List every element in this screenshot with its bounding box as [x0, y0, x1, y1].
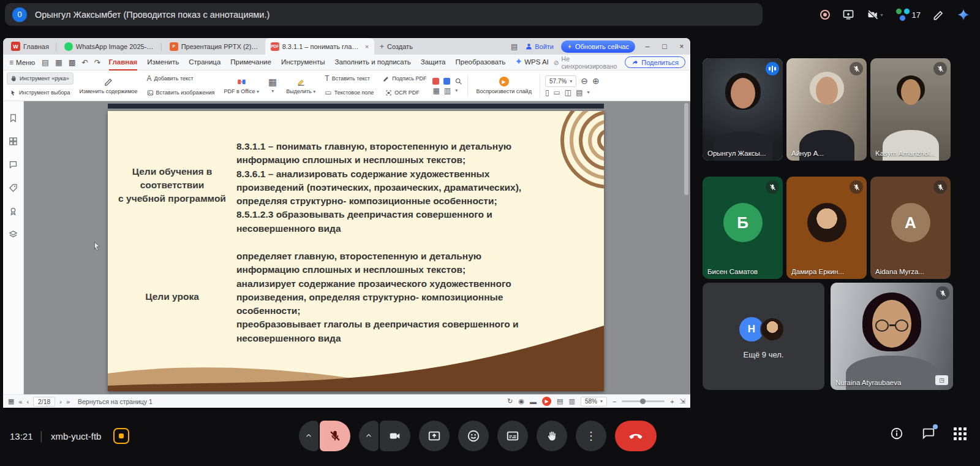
bookmark-icon[interactable] — [9, 113, 18, 123]
sign-pdf-button[interactable]: Подпись PDF — [380, 72, 429, 85]
zoom-slider[interactable] — [622, 400, 665, 402]
more-options-button[interactable]: ⋮ — [576, 421, 606, 451]
rotate-icon[interactable]: ↻ — [507, 397, 513, 405]
expand-tile-icon[interactable]: ◳ — [935, 375, 948, 385]
annotate-pen-icon[interactable] — [933, 9, 944, 21]
maximize-button[interactable]: □ — [660, 42, 669, 51]
doc-tab-whatsapp-image[interactable]: WhatsApp Image 2025-11-23 at 12.5 — [59, 38, 160, 55]
camera-options-button[interactable] — [359, 421, 379, 451]
ocr-pdf-button[interactable]: OCR PDF — [380, 86, 429, 99]
last-page-icon[interactable]: » — [66, 398, 70, 405]
menu-button[interactable]: ≡ Меню — [8, 59, 39, 66]
page-thumbnails-icon[interactable] — [9, 137, 18, 146]
home-tab[interactable]: W Главная — [6, 38, 55, 55]
minimize-button[interactable]: – — [643, 42, 652, 51]
ribbon-tab-page[interactable]: Страница — [184, 55, 225, 71]
reactions-button[interactable] — [458, 421, 489, 451]
zoom-select[interactable]: 57.7% ▾ — [545, 75, 576, 87]
insert-images-button[interactable]: Вставить изображения — [144, 86, 218, 99]
play-slide-button[interactable]: ▶ Воспроизвести слайд — [473, 72, 534, 99]
next-page-icon[interactable]: › — [59, 398, 62, 405]
zoom-in-icon[interactable]: ⊕ — [592, 77, 600, 85]
login-button[interactable]: Войти — [525, 42, 554, 50]
close-tab-icon[interactable]: × — [365, 43, 369, 50]
captions-button[interactable] — [497, 421, 528, 451]
ribbon-tab-edit[interactable]: Изменить — [142, 55, 184, 71]
fit-page-icon[interactable]: ▯ — [545, 89, 549, 96]
edit-content-button[interactable]: Изменить содержимое — [77, 72, 141, 99]
end-call-button[interactable] — [615, 421, 657, 451]
hand-tool-button[interactable]: Инструмент «рука» — [7, 72, 74, 85]
pdf-form-icon[interactable] — [443, 78, 450, 85]
new-tab-button[interactable]: + Создать — [374, 38, 418, 55]
zoom-slider-thumb[interactable] — [640, 399, 646, 404]
video-tile-nuraina[interactable]: ◳ Nuraina Atyraubaeva — [831, 283, 953, 390]
mic-options-button[interactable] — [299, 421, 318, 451]
pdf-page[interactable]: Цели обучения в соответствии с учебной п… — [108, 111, 604, 391]
present-now-button[interactable] — [419, 421, 450, 451]
zoom-out-icon[interactable]: ⊖ — [581, 77, 588, 85]
meeting-details-button[interactable] — [890, 427, 903, 440]
ribbon-tab-home[interactable]: Главная — [104, 55, 143, 71]
raise-hand-button[interactable] — [537, 421, 567, 451]
mic-muted-button[interactable] — [320, 421, 350, 451]
play-slideshow-icon[interactable]: ▶ — [542, 397, 551, 406]
print-icon[interactable]: ▩ — [66, 58, 79, 67]
recent-docs-icon[interactable]: ▤ — [511, 43, 518, 50]
thumbnails-icon[interactable]: ▤ — [576, 89, 582, 96]
search-icon[interactable] — [454, 77, 462, 85]
highlight-button[interactable]: Выделить ▾ — [283, 72, 318, 99]
ruler-icon[interactable]: ▬ — [530, 398, 537, 405]
previous-page-icon[interactable]: ‹ — [27, 398, 29, 405]
sidebar-toggle-icon[interactable]: ▦ — [8, 397, 14, 405]
undo-icon[interactable]: ↶ — [79, 58, 91, 67]
record-icon[interactable] — [820, 10, 830, 20]
chat-button[interactable] — [922, 427, 935, 440]
zoom-in-button[interactable]: + — [670, 398, 674, 405]
video-tile-kasym[interactable]: Kasym Amanzhol... — [870, 58, 951, 161]
video-tile-aidana[interactable]: A Aidana Myrza... — [870, 177, 951, 279]
convert-tools-button[interactable]: ▦ ▾ — [265, 72, 280, 99]
grid-icon[interactable]: ▦ — [432, 87, 439, 94]
chevron-down-icon[interactable]: ▾ — [881, 12, 883, 18]
save-icon[interactable]: ▦ — [52, 58, 66, 67]
continuous-icon[interactable]: ▥ — [568, 397, 575, 405]
presentation-active-icon[interactable] — [113, 428, 129, 444]
video-tile-damira[interactable]: Дамира Еркин... — [786, 177, 867, 279]
add-text-button[interactable]: A Добавить текст — [144, 72, 218, 85]
doc-tab-pptx[interactable]: P Презентация PPTX (2).pptx — [164, 38, 265, 55]
back-to-page-link[interactable]: Вернуться на страницу 1 — [78, 398, 153, 405]
first-page-icon[interactable]: « — [18, 398, 22, 405]
present-screen-icon[interactable] — [842, 9, 854, 21]
open-file-icon[interactable]: ▤ — [39, 58, 52, 67]
tags-icon[interactable] — [9, 183, 18, 193]
ribbon-tab-wps-ai[interactable]: WPS AI — [510, 55, 554, 71]
redo-icon[interactable]: ↷ — [91, 58, 104, 67]
video-tile-bisen[interactable]: Б Бисен Саматов — [703, 177, 783, 279]
fit-width-icon[interactable]: ▭ — [554, 89, 560, 96]
video-tile-ainur[interactable]: Айнур А... — [786, 58, 867, 161]
ribbon-tab-convert[interactable]: Преобразовать — [451, 55, 511, 71]
text-box-button[interactable]: ▭ Текстовое поле — [322, 86, 377, 99]
overflow-tile-more-participants[interactable]: Н Ещё 9 чел. — [703, 283, 824, 390]
page-indicator[interactable]: 2/18 — [33, 397, 55, 407]
select-tool-button[interactable]: Инструмент выбора — [7, 86, 74, 99]
pdf-to-office-button[interactable]: PDF в Office ▾ — [221, 72, 262, 99]
signature-icon[interactable] — [9, 207, 18, 216]
pages-icon[interactable]: ▥ — [444, 87, 451, 94]
chevron-down-icon[interactable]: ▾ — [587, 90, 590, 95]
camera-off-button[interactable]: ▾ — [867, 9, 883, 21]
camera-button[interactable] — [380, 421, 410, 451]
share-button[interactable]: Поделиться — [625, 56, 685, 68]
pdf-stamp-icon[interactable] — [432, 78, 439, 85]
zoom-out-button[interactable]: − — [612, 398, 616, 405]
doc-tab-pdf-active[interactable]: PDF 8.3.1.1 – понимать главную, × — [265, 38, 374, 55]
ribbon-tab-comment[interactable]: Примечание — [225, 55, 276, 71]
single-page-icon[interactable]: ▤ — [557, 397, 563, 405]
ribbon-tab-protect[interactable]: Защита — [416, 55, 451, 71]
fullscreen-icon[interactable]: ⇲ — [680, 397, 685, 405]
vertical-scrollbar[interactable] — [684, 103, 688, 195]
insert-text-button[interactable]: T Вставить текст — [322, 72, 377, 85]
update-now-button[interactable]: Обновить сейчас — [561, 40, 635, 53]
two-pages-icon[interactable]: ◫ — [565, 89, 571, 96]
